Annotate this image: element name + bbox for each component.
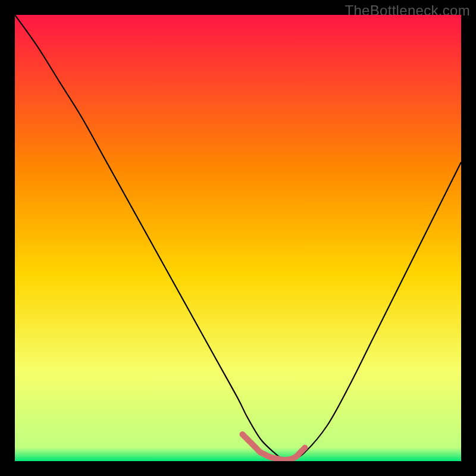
gradient-background <box>15 15 461 461</box>
plot-area <box>15 15 461 461</box>
chart-frame: TheBottleneck.com <box>0 0 476 476</box>
bottleneck-chart <box>15 15 461 461</box>
